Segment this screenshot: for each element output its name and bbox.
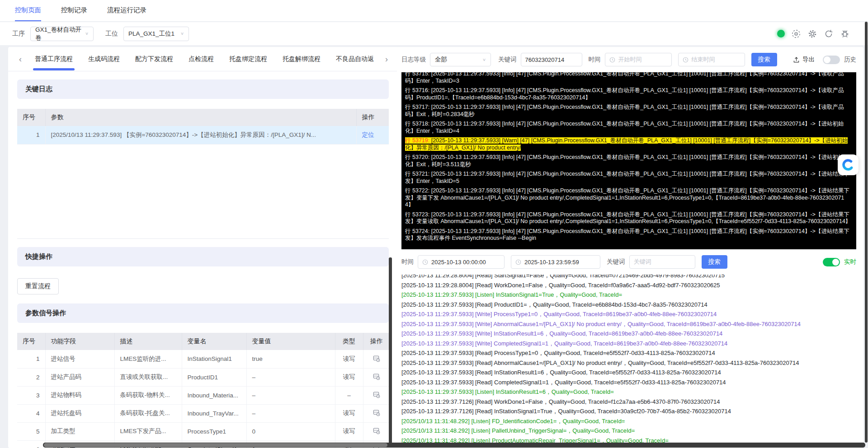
clock-icon: [683, 57, 689, 63]
log-line-number: 行 53721:: [405, 171, 431, 177]
signal-log-list[interactable]: [2025-10-13 11:29:28.8004] [Read] StartS…: [401, 275, 856, 445]
param-col-操作: 操作: [363, 333, 390, 350]
log-level-select[interactable]: 全部 ∨: [430, 53, 491, 66]
keyword-input[interactable]: 760323020714: [521, 53, 582, 66]
param-row-value: 0: [246, 422, 335, 440]
live-end-time-value: 2025-10-13 23:59:59: [524, 259, 579, 266]
history-record-icon[interactable]: [373, 373, 380, 380]
time-label: 时间: [401, 258, 414, 266]
station-label: 工位: [105, 30, 118, 38]
param-row-variable: ProductID1: [182, 368, 246, 386]
param-row: 2进站产品码直读或关联获取...ProductID1–读写: [17, 368, 390, 386]
clock-icon: [609, 57, 615, 63]
history-record-icon[interactable]: [373, 355, 380, 362]
history-label: 历史: [844, 56, 856, 64]
page-tabs: 控制页面控制记录流程运行记录: [0, 0, 868, 21]
param-row-desc: 条码获取-物料关...: [114, 386, 182, 404]
log-entry: 行 53718: [2025-10-13 11:29:37.5933] [Inf…: [405, 121, 852, 135]
locate-link[interactable]: 定位: [362, 131, 374, 138]
key-log-table: 序号参数操作 1[2025/10/13 11:29:37.593] 【实例=76…: [17, 109, 389, 239]
export-button[interactable]: 导出: [793, 56, 815, 64]
realtime-toggle[interactable]: [823, 258, 840, 266]
live-keyword-input[interactable]: 关键词: [629, 255, 695, 269]
history-toggle[interactable]: [823, 56, 840, 64]
flow-tab-生成码流程[interactable]: 生成码流程: [88, 47, 120, 71]
log-level-label: 日志等级: [401, 56, 426, 64]
page-vertical-scrollbar[interactable]: [865, 22, 868, 443]
export-label: 导出: [802, 56, 815, 64]
log-search-button[interactable]: 搜索: [751, 53, 777, 66]
bug-icon[interactable]: [840, 29, 850, 39]
log-line-body: [2025-10-13 11:29:37.5933] [Info] [47] […: [405, 87, 844, 101]
focus-gear-icon[interactable]: [791, 29, 801, 39]
param-row-field: 进站产品码: [45, 368, 114, 386]
page-tab-控制记录[interactable]: 控制记录: [61, 0, 87, 21]
log-line-number: 行 53718:: [405, 121, 431, 127]
process-label: 工序: [12, 30, 25, 38]
param-col-变量名: 变量名: [182, 333, 246, 350]
live-log-line-read: [2025-10-13 11:29:37.5933] [Read] Produc…: [401, 300, 856, 310]
log-entry: 行 53715: [2025-10-13 11:29:37.5933] [Inf…: [405, 72, 852, 84]
param-row-index: 3: [17, 386, 45, 404]
param-row-field: 进站信号: [45, 350, 114, 368]
history-record-icon[interactable]: [373, 391, 380, 398]
live-log-search-button[interactable]: 搜索: [702, 255, 727, 269]
refresh-icon[interactable]: [824, 29, 834, 39]
log-line-body: [2025-10-13 11:29:37.5933] [Warn] [47] […: [405, 137, 848, 151]
process-select[interactable]: GX1_卷材自动开卷 ∨: [30, 27, 94, 41]
keyword-input-value: 760323020714: [525, 56, 565, 63]
param-row-variable: ProcessType1: [182, 422, 246, 440]
right-panel: 日志等级 全部 ∨ 关键词 760323020714 时间 开始时间 结束时间 …: [397, 47, 863, 448]
left-panel-body: 关键日志 序号参数操作 1[2025/10/13 11:29:37.593] 【…: [8, 79, 399, 448]
param-row: 4进站托盘码条码获取-托盘关...Inbound_TrayVar...–读写: [17, 404, 390, 422]
param-signal-table: 序号功能字段描述变量名变量值类型操作 1进站信号LMES监听的进...InSta…: [17, 333, 389, 448]
station-select-value: PLA_GX1_工位1: [128, 30, 175, 38]
reset-flow-button[interactable]: 重置流程: [17, 278, 59, 294]
page-tab-流程运行记录[interactable]: 流程运行记录: [107, 0, 146, 21]
live-start-time-input[interactable]: 2025-10-13 00:00:00: [418, 255, 505, 269]
flow-tab-不良品自动返[interactable]: 不良品自动返: [336, 47, 374, 71]
flow-tabs-next-icon[interactable]: ›: [385, 55, 393, 63]
log-line-number: 行 53716:: [405, 87, 431, 93]
log-entry: 行 53722: [2025-10-13 11:29:37.5933] [Inf…: [405, 187, 852, 209]
log-filter-bar: 日志等级 全部 ∨ 关键词 760323020714 时间 开始时间 结束时间 …: [401, 47, 856, 72]
process-select-value: GX1_卷材自动开卷: [35, 26, 85, 42]
live-log-filter-bar: 时间 2025-10-13 00:00:00 2025-10-13 23:59:…: [401, 249, 856, 275]
history-record-icon[interactable]: [373, 427, 380, 434]
flow-tabs-prev-icon[interactable]: ‹: [19, 55, 27, 63]
param-row-action-cell: [363, 368, 390, 386]
log-line-number: 行 53724:: [405, 228, 431, 234]
flow-tab-托盘解绑流程[interactable]: 托盘解绑流程: [283, 47, 321, 71]
gear-icon[interactable]: [807, 29, 817, 39]
chevron-down-icon: ∨: [180, 31, 184, 36]
flow-log-console[interactable]: 行 53715: [2025-10-13 11:29:37.5933] [Inf…: [401, 72, 856, 249]
param-row-value: –: [246, 368, 335, 386]
log-line-number: 行 53719:: [405, 137, 431, 144]
log-entry: 行 53724: [2025-10-13 11:29:37.5933] [Inf…: [405, 228, 852, 242]
live-log-line-write: [2025-10-13 11:29:37.5933] [Write] Abnor…: [401, 319, 856, 329]
key-log-section-title: 关键日志: [17, 79, 389, 99]
live-end-time-input[interactable]: 2025-10-13 23:59:59: [511, 255, 600, 269]
floating-assistant-button[interactable]: [838, 154, 859, 175]
flow-tab-配方下发流程[interactable]: 配方下发流程: [135, 47, 173, 71]
param-row-value: –: [246, 404, 335, 422]
station-select[interactable]: PLA_GX1_工位1 ∨: [123, 27, 189, 41]
left-panel-scrollbar[interactable]: [389, 257, 392, 447]
live-start-time-value: 2025-10-13 00:00:00: [431, 259, 486, 266]
param-row-desc: 条码获取-托盘关...: [114, 404, 182, 422]
live-log-line-listen: [2025/10/13 11:31:48.292] [Listen] Palle…: [401, 426, 856, 436]
page-tab-控制页面[interactable]: 控制页面: [15, 0, 41, 21]
export-icon: [793, 56, 800, 63]
live-log-line-read: [2025-10-13 11:29:37.7126] [Read] InStat…: [401, 406, 856, 416]
page-horizontal-scrollbar[interactable]: [43, 443, 865, 448]
flow-tab-普通工序流程[interactable]: 普通工序流程: [35, 47, 73, 71]
history-record-icon[interactable]: [373, 409, 380, 416]
flow-tab-托盘绑定流程[interactable]: 托盘绑定流程: [229, 47, 267, 71]
live-log-line-read: [2025-10-13 11:29:28.8004] [Read] StartS…: [401, 275, 856, 280]
key-log-row-index: 1: [17, 126, 45, 144]
toolbar: 工序 GX1_卷材自动开卷 ∨ 工位 PLA_GX1_工位1 ∨: [0, 22, 868, 45]
start-time-input[interactable]: 开始时间: [605, 53, 672, 66]
live-log-line-listen: [2025-10-13 11:29:37.5933] [Listen] InSt…: [401, 290, 856, 300]
flow-tab-点检流程[interactable]: 点检流程: [189, 47, 214, 71]
end-time-input[interactable]: 结束时间: [678, 53, 745, 66]
